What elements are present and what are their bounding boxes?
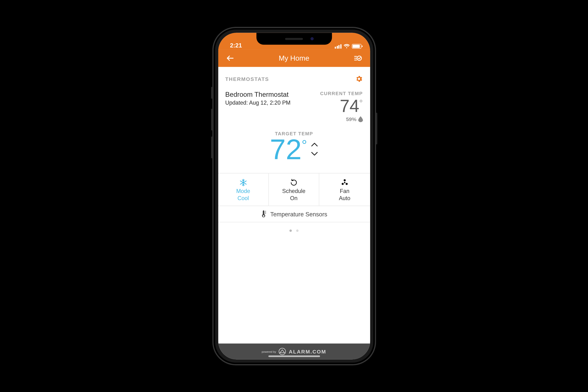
scenes-button[interactable] [353, 53, 363, 63]
home-indicator[interactable] [268, 355, 320, 357]
thermometer-icon [261, 210, 266, 218]
battery-icon [352, 44, 361, 48]
mode-line2: Cool [220, 195, 267, 202]
current-temp-block: CURRENT TEMP 74° 59% [320, 91, 363, 122]
speaker-grille [285, 38, 303, 40]
nav-bar: My Home [218, 49, 370, 67]
fan-line2: Auto [321, 195, 368, 202]
page-indicator [218, 222, 370, 237]
target-temp-value: 72° [270, 135, 307, 164]
back-button[interactable] [225, 53, 235, 63]
stage: 2:21 My Home THERMO [0, 0, 588, 392]
svg-point-8 [344, 182, 345, 183]
temperature-sensors-button[interactable]: Temperature Sensors [218, 206, 370, 222]
alarm-logo-icon [278, 348, 286, 356]
fan-icon [321, 178, 368, 187]
front-camera [310, 37, 313, 40]
chevron-up-icon [311, 142, 318, 147]
settings-button[interactable] [355, 75, 363, 83]
status-right [335, 44, 361, 48]
svg-point-16 [279, 348, 286, 354]
target-temp-row: 72° [218, 135, 370, 164]
svg-point-10 [342, 183, 344, 185]
thermostat-info: Bedroom Thermostat Updated: Aug 12, 2:20… [225, 91, 290, 122]
schedule-line2: On [270, 195, 317, 202]
thermostat-updated: Updated: Aug 12, 2:20 PM [225, 100, 290, 106]
page-dot-active [290, 229, 292, 232]
current-temp-value: 74° [320, 97, 363, 115]
powered-by-label: powered by [262, 350, 276, 353]
thermostat-name: Bedroom Thermostat [225, 91, 290, 99]
current-temp-label: CURRENT TEMP [320, 91, 363, 96]
clock: 2:21 [230, 42, 242, 48]
degree-symbol: ° [302, 137, 307, 152]
mode-button[interactable]: Mode Cool [218, 173, 269, 206]
temp-steppers [311, 142, 318, 156]
mute-switch [211, 87, 213, 98]
screen: 2:21 My Home THERMO [218, 33, 370, 359]
humidity-value: 59% [346, 116, 357, 122]
snowflake-icon [220, 178, 267, 187]
section-label: THERMOSTATS [225, 76, 269, 82]
schedule-icon [270, 178, 317, 187]
content: THERMOSTATS Bedroom Thermostat Updated: … [218, 67, 370, 359]
chevron-down-icon [311, 151, 318, 156]
droplet-icon [358, 116, 363, 122]
volume-down-button [211, 136, 213, 158]
thermostat-header: Bedroom Thermostat Updated: Aug 12, 2:20… [218, 85, 370, 122]
brand-label: ALARM.COM [289, 348, 326, 354]
humidity: 59% [320, 116, 363, 122]
mode-line1: Mode [220, 188, 267, 195]
fan-button[interactable]: Fan Auto [319, 173, 370, 206]
temp-up-button[interactable] [311, 142, 318, 147]
target-temp-number: 72 [270, 133, 302, 165]
scene-icon [354, 54, 362, 62]
degree-symbol: ° [359, 98, 363, 108]
current-temp-number: 74 [340, 96, 359, 116]
svg-point-11 [346, 183, 348, 185]
svg-point-9 [344, 179, 346, 181]
gear-icon [355, 75, 363, 83]
power-button [376, 112, 377, 144]
schedule-button[interactable]: Schedule On [269, 173, 319, 206]
spacer [218, 237, 370, 344]
arrow-left-icon [226, 54, 234, 62]
page-dot [296, 229, 298, 232]
sensors-label: Temperature Sensors [270, 210, 327, 217]
wifi-icon [343, 44, 350, 48]
temp-down-button[interactable] [311, 151, 318, 156]
mode-grid: Mode Cool Schedule On Fan [218, 173, 370, 206]
phone-frame: 2:21 My Home THERMO [212, 27, 375, 365]
target-temp-block: TARGET TEMP 72° [218, 131, 370, 173]
page-title: My Home [279, 54, 309, 62]
cellular-icon [335, 44, 341, 48]
fan-line1: Fan [321, 188, 368, 195]
svg-point-4 [357, 56, 362, 60]
schedule-line1: Schedule [270, 188, 317, 195]
footer: powered by ALARM.COM [218, 344, 370, 359]
notch [256, 33, 332, 44]
section-header: THERMOSTATS [218, 67, 370, 85]
volume-up-button [211, 109, 213, 130]
